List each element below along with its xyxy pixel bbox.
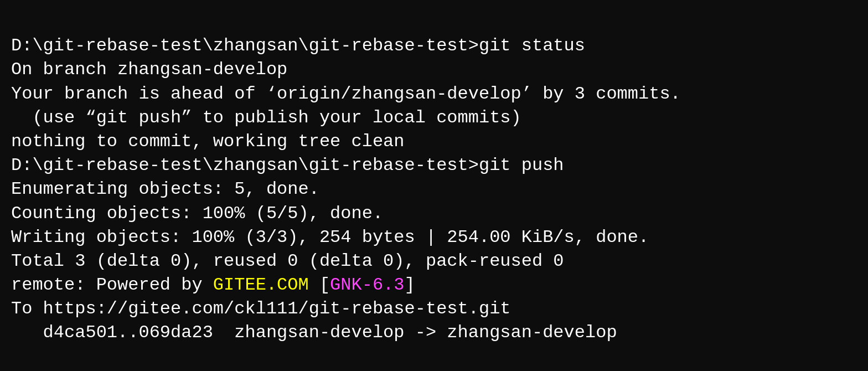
terminal-line: Total 3 (delta 0), reused 0 (delta 0), p…	[11, 249, 857, 273]
terminal-line: Enumerating objects: 5, done.	[11, 177, 857, 201]
terminal-line: To https://gitee.com/ckl111/git-rebase-t…	[11, 297, 857, 321]
terminal-line: d4ca501..069da23 zhangsan-develop -> zha…	[11, 321, 857, 344]
terminal-line: remote: Powered by GITEE.COM [GNK-6.3]	[11, 273, 857, 297]
terminal-line: (use “git push” to publish your local co…	[11, 106, 857, 130]
terminal-window: D:\git-rebase-test\zhangsan\git-rebase-t…	[0, 0, 868, 371]
terminal-line: nothing to commit, working tree clean	[11, 130, 857, 153]
terminal-line: On branch zhangsan-develop	[11, 58, 857, 81]
gitee-com-text: GITEE.COM	[213, 275, 309, 295]
terminal-line: Writing objects: 100% (3/3), 254 bytes |…	[11, 225, 857, 249]
terminal-line: D:\git-rebase-test\zhangsan\git-rebase-t…	[11, 153, 857, 177]
gnk-version-text: GNK-6.3	[330, 275, 404, 295]
terminal-line: Counting objects: 100% (5/5), done.	[11, 202, 857, 225]
terminal-line: D:\git-rebase-test\zhangsan\git-rebase-t…	[11, 34, 857, 58]
terminal-line: Your branch is ahead of ‘origin/zhangsan…	[11, 82, 857, 106]
